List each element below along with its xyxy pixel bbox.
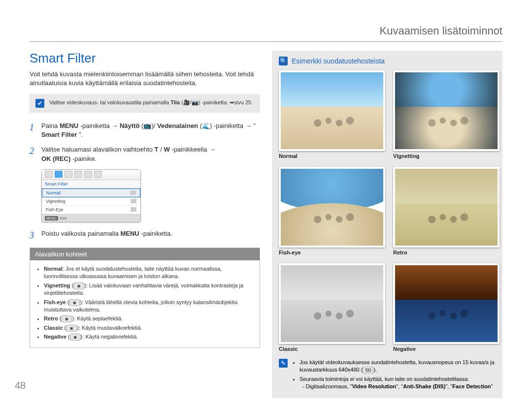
- filter-thumb: Classic: [279, 263, 381, 352]
- thumbnail-icon: [131, 207, 136, 212]
- ms-exit-label: Exit: [60, 216, 66, 220]
- ms-tab-icon: [94, 171, 102, 178]
- effect-icon: ◙: [61, 315, 72, 322]
- ms-exit-bar: MENU Exit: [42, 214, 140, 222]
- submenu-item-name: Normal: [44, 266, 63, 272]
- filter-thumb-image: [393, 167, 499, 248]
- filter-thumb-label: Normal: [279, 153, 381, 159]
- effect-icon: ◙: [73, 282, 84, 289]
- notes-block: ✎ Jos käytät videokuvauksessa suodatinte…: [279, 359, 496, 392]
- step-number: 1: [30, 122, 36, 139]
- submenu-item-text: : Käytä negatiiviefektiä.: [82, 334, 138, 340]
- ms-tab-icon: [74, 171, 82, 178]
- submenu-item: Classic (◙): Käytä mustavalkoefektiä.: [44, 324, 254, 332]
- effect-icon: ◙: [66, 325, 77, 332]
- ms-row-label: Vignetting: [46, 199, 66, 204]
- page-number: 48: [15, 380, 26, 391]
- effect-icon: ◙: [69, 299, 80, 306]
- filter-thumb-label: Fish-eye: [279, 250, 381, 255]
- examples-panel: 🔍 Esimerkki suodatustehosteista NormalVi…: [272, 51, 502, 398]
- step-1: 1 Paina MENU -painiketta → Näyttö (📺)/ V…: [30, 122, 260, 139]
- ms-row: Fish-Eye: [42, 206, 140, 214]
- ms-tab-icon: [84, 171, 92, 178]
- menu-button-icon: MENU: [45, 216, 58, 220]
- step-number: 2: [30, 145, 36, 163]
- submenu-item: Normal: Jos et käytä suodatustehosteita,…: [44, 265, 254, 281]
- filter-thumb-label: Vignetting: [393, 153, 496, 159]
- section-intro: Voit tehdä kuvasta mielenkiintoisemman l…: [30, 70, 260, 87]
- submenu-item-name: Fish-eye: [44, 299, 66, 305]
- step-number: 3: [30, 229, 36, 242]
- submenu-item-name: Retro: [44, 315, 58, 321]
- tip-note: ✔ Valitse videokuvaus- tai valokuvaustil…: [30, 94, 260, 113]
- filter-thumb: Fish-eye: [279, 167, 381, 255]
- note-text-1: Valitse videokuvaus- tai valokuvaustila …: [49, 99, 170, 105]
- right-note: Seuraavia toimintoja ei voi käyttää, kun…: [299, 375, 496, 391]
- submenu-item: Negative (◙): Käytä negatiiviefektiä.: [44, 333, 254, 341]
- examples-title: Esimerkki suodatustehosteista: [292, 57, 385, 65]
- ms-tabs: [42, 170, 140, 180]
- page-header-title: Kuvaamisen lisätoiminnot: [30, 25, 502, 42]
- thumbnail-icon: [131, 199, 136, 203]
- submenu-item-text: : Käytä mustavalkoefektiä.: [79, 325, 142, 331]
- filter-thumb-label: Negative: [393, 346, 496, 352]
- filter-thumb-label: Classic: [279, 346, 381, 352]
- filter-thumb: Negative: [393, 263, 496, 352]
- filter-thumb-image: [393, 263, 499, 344]
- section-title: Smart Filter: [30, 51, 260, 66]
- filter-thumb-image: [279, 263, 385, 344]
- mode-icons: (🎥/📷): [181, 99, 201, 105]
- ms-row: Vignetting: [42, 197, 140, 206]
- filter-thumb-label: Retro: [393, 250, 496, 255]
- submenu-item-name: Vignetting: [44, 282, 70, 288]
- submenu-item-name: Classic: [44, 325, 63, 331]
- submenu-item: Fish-eye (◙): Vääristä lähellä olevia ko…: [44, 299, 254, 314]
- submenu-item: Vignetting (◙): Lisää valokuvaan vanhaht…: [44, 282, 254, 297]
- submenu-item-name: Negative: [44, 334, 66, 340]
- ms-title: Smart Filter: [42, 180, 140, 188]
- magnifier-icon: 🔍: [279, 57, 288, 65]
- effect-icon: ◙: [70, 334, 81, 341]
- submenu-box: Alavalikon kohteet Normal: Jos et käytä …: [30, 248, 260, 348]
- ms-tab-icon: [45, 171, 53, 178]
- filter-thumb-image: [279, 70, 385, 151]
- thumbnail-icon: [130, 190, 136, 195]
- filter-thumb: Normal: [279, 70, 381, 159]
- ms-tab-icon: [55, 171, 63, 178]
- ms-row-label: Fish-Eye: [46, 207, 64, 212]
- ms-row-label: Normal: [46, 190, 61, 195]
- submenu-header: Alavalikon kohteet: [30, 248, 260, 260]
- submenu-item-text: : Käytä sepiaefektiä.: [74, 315, 123, 321]
- submenu-item-text: : Jos et käytä suodatustehosteita, laite…: [44, 266, 222, 279]
- step-3: 3 Poistu valikosta painamalla MENU -pain…: [30, 229, 260, 242]
- right-note: Jos käytät videokuvauksessa suodatinteho…: [299, 359, 496, 374]
- submenu-item: Retro (◙): Käytä sepiaefektiä.: [44, 315, 254, 322]
- note-text-2: -painiketta. ➥sivu 25: [202, 99, 252, 105]
- filter-thumb: Vignetting: [393, 70, 496, 159]
- filter-thumb-image: [393, 70, 499, 151]
- info-icon: ✎: [279, 359, 288, 368]
- filter-thumb-image: [279, 167, 385, 248]
- sd-icon: SD: [363, 367, 373, 374]
- ms-tab-icon: [65, 171, 72, 178]
- ms-row: Normal: [42, 188, 140, 197]
- check-icon: ✔: [35, 99, 44, 108]
- menu-screenshot: Smart Filter Normal Vignetting Fish-Eye: [41, 169, 141, 222]
- step-2: 2 Valitse haluamasi alavalikon vaihtoeht…: [30, 145, 260, 163]
- filter-thumb: Retro: [393, 167, 496, 255]
- note-keyword: Tila: [170, 99, 180, 105]
